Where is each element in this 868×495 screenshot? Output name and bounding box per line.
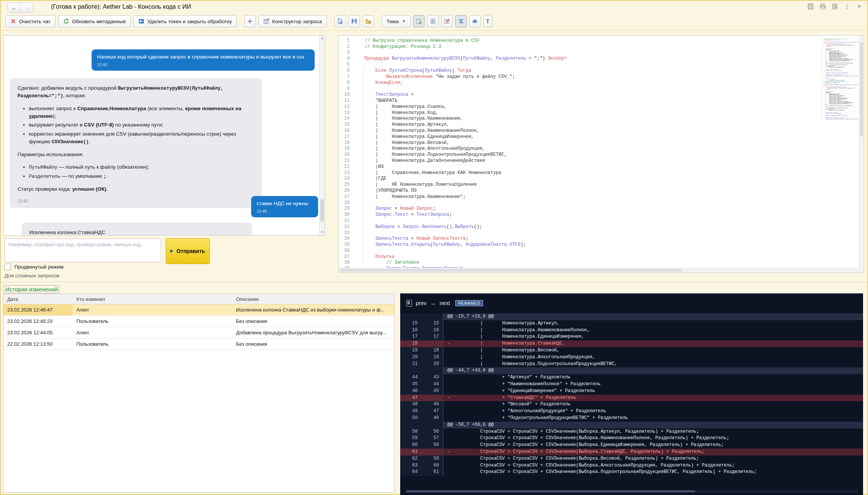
editor-vscrollbar[interactable] (859, 36, 864, 272)
diff-line: 1616 | Номенклатура.НаименованиеПолное, (400, 327, 863, 334)
diff-line: 4645 + "ЕдиницаИзмерения" + Разделитель (400, 388, 863, 395)
code-line: 6 Если ПустаяСтрока(ПутьКФайлу) Тогда (339, 68, 567, 74)
code-line: 11 "ВЫБРАТЬ (339, 98, 567, 104)
clear-chat-button[interactable]: Очистить чат (5, 15, 55, 27)
table-pencil-icon (416, 18, 422, 24)
code-line: 29 Запрос = Новый Запрос; (339, 206, 567, 212)
more-menu-icon[interactable]: ⋮ (844, 3, 851, 10)
code-line: 9 (339, 86, 567, 92)
module-settings-button[interactable] (334, 15, 346, 27)
code-line: 23 | Справочник.Номенклатура КАК Номенкл… (339, 170, 567, 176)
diff-hscrollbar[interactable] (405, 490, 858, 493)
logout-icon (138, 18, 144, 24)
assistant-paragraph: Параметры использования: (17, 151, 254, 158)
code-line: 20 | Номенклатура.ПодконтрольнаяПродукци… (339, 152, 567, 158)
table-row[interactable]: 22.02.2026 12:13:50ПользовательБез описа… (3, 338, 394, 350)
page-title: (Готова к работе): Aether Lab - Консоль … (51, 3, 191, 10)
file-icon (406, 300, 412, 307)
refresh-icon (63, 18, 69, 24)
code-line: 2// Конфигурация: Розница 2.3 (339, 44, 567, 50)
scroll-up-icon[interactable]: ▲ (320, 36, 325, 41)
table-row[interactable]: 23.02.2026 12:45:23ПользовательБез описа… (3, 316, 394, 327)
play-icon (170, 249, 173, 253)
advanced-mode-label: Продвинутый режим (14, 264, 63, 270)
user-message: ставки НДС не нужны 12:45 (251, 196, 318, 217)
code-line: 18 | Номенклатура.Весовой, (339, 140, 567, 146)
diff-line: 6461 СтрокаCSV = СтрокаCSV + CSVЗначение… (400, 469, 863, 476)
format-text-button[interactable] (455, 15, 467, 27)
theme-dropdown[interactable]: Тема▼ (382, 15, 410, 27)
send-button[interactable]: Отправить (166, 238, 210, 264)
code-line: 12 | Номенклатура.Ссылка, (339, 104, 567, 110)
table-row[interactable]: 23.02.2026 12:46:47АгентИсключена колонк… (3, 304, 394, 316)
delete-token-button[interactable]: Удалить токен и закрыть обработку (133, 15, 237, 27)
history-link[interactable]: История изменений (4, 285, 59, 293)
code-line: 22 |ИЗ (339, 164, 567, 170)
history-table[interactable]: Дата Кто изменил Описание 23.02.2026 12:… (3, 294, 394, 493)
table-edit-button[interactable] (413, 15, 424, 27)
diff-hunk-header: @@ -58,7 +56,6 @@ (400, 422, 863, 429)
assistant-paragraph: Сделано: добавлен модуль с процедурой Вы… (17, 84, 254, 100)
table-brush-icon (444, 18, 450, 24)
diff-next-label: next (440, 300, 450, 306)
print-icon[interactable] (819, 3, 826, 10)
diff-line: 5856 СтрокаCSV = СтрокаCSV + CSVЗначение… (400, 429, 863, 435)
contrast-icon (472, 18, 478, 24)
preview-icon[interactable] (832, 3, 838, 10)
diff-prev-label: prev (416, 300, 426, 306)
contrast-button[interactable] (469, 15, 481, 27)
open-settings-button[interactable] (363, 15, 374, 27)
diff-hunk-header: @@ -44,7 +43,6 @@ (400, 367, 863, 374)
history-table-header: Дата Кто изменил Описание (3, 294, 394, 304)
diff-removed-line: 61- СтрокаCSV = СтрокаCSV + CSVЗначение(… (400, 449, 863, 455)
forward-button[interactable]: → (20, 3, 33, 12)
code-line: 17 | Номенклатура.ЕдиницаИзмерения, (339, 134, 567, 140)
advanced-mode-checkbox[interactable] (5, 264, 11, 270)
diff-line: 5957 СтрокаCSV = СтрокаCSV + CSVЗначение… (400, 435, 863, 442)
prompt-input[interactable] (5, 239, 161, 262)
save-icon[interactable] (807, 3, 814, 10)
save-module-button[interactable] (348, 15, 360, 27)
crosshair-icon (247, 18, 253, 24)
code-line: ЗаписьТекста.Открыть(ПутьКФайлу, Кодиров… (822, 76, 860, 77)
query-builder-button[interactable]: Конструктор запроса (258, 15, 327, 27)
align-lines-icon (458, 18, 464, 24)
anchor-button[interactable] (244, 15, 256, 27)
close-icon[interactable]: × (856, 3, 863, 10)
scroll-down-icon[interactable]: ▼ (320, 230, 325, 235)
code-line: 19 | Номенклатура.АлкогольнаяПродукция, (339, 146, 567, 152)
refresh-metadata-button[interactable]: Обновить метаданные (58, 15, 131, 27)
user-message: Напиши код который сделаем запрос в спра… (92, 49, 315, 71)
diff-line: 2019 | Номенклатура.АлкогольнаяПродукция… (400, 354, 863, 361)
table-brush-button[interactable] (441, 15, 453, 27)
message-time: 12:42 (97, 62, 309, 68)
text-format-button[interactable]: T (483, 15, 492, 27)
diff-viewer[interactable]: prev → next RENAMED @@ -15,7 +15,6 @@151… (400, 293, 863, 495)
diff-line: 6058 СтрокаCSV = СтрокаCSV + CSVЗначение… (400, 442, 863, 449)
letter-t-icon: T (486, 18, 489, 25)
clear-icon (10, 18, 16, 24)
code-line: Процедура ВыгрузитьНоменклатуруВCSV(Путь… (822, 85, 860, 86)
back-button[interactable]: ← (8, 3, 20, 12)
code-line: 21 | Номенклатура.ДатаОкончанияДействия (339, 158, 567, 164)
diff-removed-line: 47- + "СтавкаНДС" + Разделитель (400, 395, 863, 402)
nav-group: ← → (8, 3, 33, 13)
code-line: 24 |ГДЕ (339, 176, 567, 182)
editor-hscrollbar[interactable] (339, 268, 860, 272)
code-line: 16 | Номенклатура.НаименованиеПолное, (339, 128, 567, 134)
code-editor[interactable]: 1// Выгрузка справочника Номенклатура в … (339, 35, 864, 273)
frame-view-button[interactable]: R (427, 15, 439, 27)
file-gear-icon (337, 18, 343, 24)
code-line: 27 | Номенклатура.Наименование"; (339, 194, 567, 200)
table-row[interactable]: 23.02.2026 12:44:05АгентДобавлена процед… (3, 327, 394, 338)
diff-line: 1515 | Номенклатура.Артикул, (400, 320, 863, 327)
app-window: ← → (Готова к работе): Aether Lab - Конс… (0, 0, 868, 495)
chat-scrollbar[interactable]: ▲ ▼ (319, 36, 325, 235)
message-time: 12:42 (17, 198, 254, 204)
code-line: 14 | Номенклатура.Наименование, (339, 116, 567, 122)
diff-line: 6360 СтрокаCSV = СтрокаCSV + CSVЗначение… (400, 462, 863, 469)
assistant-message-partial: Исключена колонка СтавкаНДС (22, 223, 252, 236)
chat-panel[interactable]: Напиши код который сделаем запрос в спра… (3, 35, 325, 236)
code-line: 1// Выгрузка справочника Номенклатура в … (339, 38, 567, 44)
minimap[interactable]: // Выгрузка справочника Номенклатура в C… (821, 38, 860, 120)
